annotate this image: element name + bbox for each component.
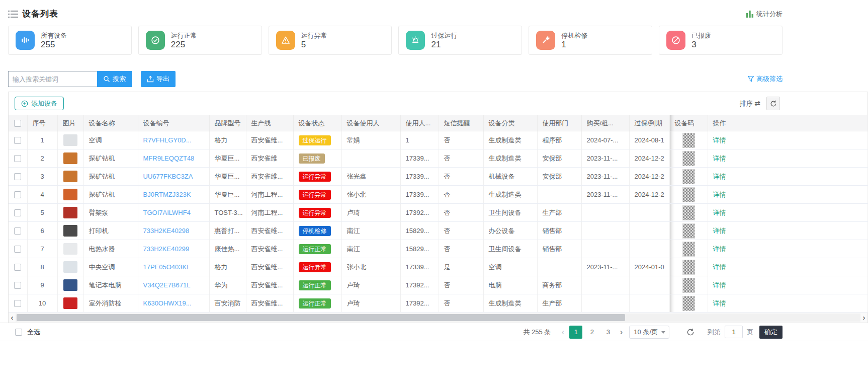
stat-card-scrapped[interactable]: 已报废 3 bbox=[659, 26, 783, 55]
device-qr-code[interactable] bbox=[682, 151, 695, 166]
stat-value: 255 bbox=[41, 40, 67, 49]
row-checkbox[interactable] bbox=[14, 300, 21, 307]
search-button[interactable]: 搜索 bbox=[97, 71, 132, 87]
stat-value: 21 bbox=[431, 40, 457, 49]
device-qr-code[interactable] bbox=[682, 296, 695, 311]
sort-control[interactable]: 排序 ⇄ bbox=[740, 99, 760, 108]
detail-link[interactable]: 详情 bbox=[713, 209, 726, 216]
next-page-arrow[interactable]: › bbox=[616, 328, 626, 337]
equipment-code-link[interactable]: K630OHWX19... bbox=[143, 299, 192, 307]
advanced-filter-link[interactable]: 高级筛选 bbox=[747, 74, 783, 84]
select-all-header-checkbox[interactable] bbox=[14, 120, 21, 127]
table-row: 3 探矿钻机 UU677FKBC3ZA 华夏巨... 西安雀维... 运行异常 … bbox=[9, 168, 867, 186]
equipment-code-link[interactable]: V34Q2E7B671L bbox=[143, 281, 191, 289]
scrollbar-thumb[interactable] bbox=[17, 314, 625, 321]
using-department: 商务部 bbox=[537, 276, 581, 294]
detail-link[interactable]: 详情 bbox=[713, 173, 726, 180]
stat-card-maintenance[interactable]: 停机检修 1 bbox=[529, 26, 652, 55]
equipment-code-link[interactable]: MFR9LEQQZT48 bbox=[143, 155, 195, 162]
equipment-thumbnail[interactable] bbox=[63, 134, 77, 146]
equipment-thumbnail[interactable] bbox=[63, 171, 77, 182]
using-department: 生产部 bbox=[537, 294, 581, 313]
equipment-thumbnail[interactable] bbox=[63, 279, 77, 291]
equipment-thumbnail[interactable] bbox=[63, 152, 77, 164]
page-button-3[interactable]: 3 bbox=[601, 326, 615, 339]
production-line: 西安雀维... bbox=[246, 222, 293, 240]
row-checkbox[interactable] bbox=[14, 155, 21, 162]
prev-page-arrow[interactable]: ‹ bbox=[558, 328, 568, 337]
page-size-select[interactable]: 10 条/页 bbox=[629, 326, 669, 339]
pagination: 共 255 条 ‹ 1 2 3 › 10 条/页 到第 页 确定 bbox=[523, 326, 783, 339]
refresh-icon bbox=[686, 328, 695, 336]
equipment-thumbnail[interactable] bbox=[63, 261, 77, 273]
equipment-thumbnail[interactable] bbox=[63, 207, 77, 218]
search-button-label: 搜索 bbox=[113, 74, 126, 84]
detail-link[interactable]: 详情 bbox=[713, 136, 726, 144]
stat-card-warranty[interactable]: 过保运行 21 bbox=[398, 26, 522, 55]
row-checkbox[interactable] bbox=[14, 246, 21, 253]
export-button[interactable]: 导出 bbox=[141, 71, 176, 87]
equipment-code-link[interactable]: BJ0RTMZJ323K bbox=[143, 191, 191, 198]
confirm-button[interactable]: 确定 bbox=[759, 326, 783, 339]
page-button-2[interactable]: 2 bbox=[585, 326, 598, 339]
table-refresh-button[interactable] bbox=[766, 97, 780, 110]
warranty-expire-date: 2024-12-2 bbox=[629, 149, 669, 168]
detail-link[interactable]: 详情 bbox=[713, 245, 726, 253]
scrollbar-track[interactable] bbox=[16, 314, 860, 322]
detail-link[interactable]: 详情 bbox=[713, 263, 726, 271]
purchase-date: 2023-11-... bbox=[581, 258, 629, 276]
stats-analysis-link[interactable]: 统计分析 bbox=[746, 10, 783, 19]
stat-card-abnormal[interactable]: 运行异常 5 bbox=[269, 26, 392, 55]
row-index: 9 bbox=[27, 276, 57, 294]
device-qr-code[interactable] bbox=[682, 278, 695, 293]
detail-link[interactable]: 详情 bbox=[713, 299, 726, 307]
row-checkbox[interactable] bbox=[14, 191, 21, 198]
user-phone: 17339... bbox=[400, 168, 439, 186]
stat-card-all[interactable]: 所有设备 255 bbox=[8, 26, 132, 55]
row-checkbox[interactable] bbox=[14, 173, 21, 180]
warranty-expire-date bbox=[629, 240, 669, 258]
pager-refresh-button[interactable] bbox=[686, 328, 695, 336]
equipment-code-link[interactable]: R7VFHLGY0D... bbox=[143, 136, 192, 144]
equipment-user: 卢琦 bbox=[341, 294, 400, 313]
device-qr-code[interactable] bbox=[682, 187, 695, 202]
equipment-code-link[interactable]: 733H2KE40298 bbox=[143, 227, 190, 235]
detail-link[interactable]: 详情 bbox=[713, 191, 726, 198]
column-header: 设备分类 bbox=[483, 115, 537, 131]
page-button-1[interactable]: 1 bbox=[569, 326, 582, 339]
equipment-thumbnail[interactable] bbox=[63, 297, 77, 309]
row-checkbox[interactable] bbox=[14, 209, 21, 216]
equipment-thumbnail[interactable] bbox=[63, 225, 77, 237]
equipment-code-link[interactable]: UU677FKBC3ZA bbox=[143, 173, 193, 180]
stat-label: 已报废 bbox=[691, 32, 711, 40]
detail-link[interactable]: 详情 bbox=[713, 155, 726, 162]
refresh-icon bbox=[770, 100, 777, 107]
device-qr-code[interactable] bbox=[682, 242, 695, 257]
goto-page-input[interactable] bbox=[725, 326, 743, 338]
detail-link[interactable]: 详情 bbox=[713, 227, 726, 235]
brand-model: 华夏巨... bbox=[209, 168, 246, 186]
device-qr-code[interactable] bbox=[682, 169, 695, 184]
row-checkbox[interactable] bbox=[14, 227, 21, 235]
add-equipment-button[interactable]: 添加设备 bbox=[15, 97, 64, 110]
row-checkbox[interactable] bbox=[14, 137, 21, 144]
search-input[interactable] bbox=[8, 71, 97, 87]
scroll-left-arrow[interactable]: ‹ bbox=[9, 313, 16, 322]
stat-card-normal[interactable]: 运行正常 225 bbox=[138, 26, 262, 55]
row-checkbox[interactable] bbox=[14, 264, 21, 271]
device-qr-code[interactable] bbox=[682, 260, 695, 275]
scroll-right-arrow[interactable]: › bbox=[860, 313, 867, 322]
device-qr-code[interactable] bbox=[682, 205, 695, 220]
device-qr-code[interactable] bbox=[682, 223, 695, 239]
equipment-thumbnail[interactable] bbox=[63, 189, 77, 200]
equipment-code-link[interactable]: TGOI7AILWHF4 bbox=[143, 209, 191, 216]
purchase-date: 2023-11-... bbox=[581, 149, 629, 168]
equipment-code-link[interactable]: 733H2KE40299 bbox=[143, 245, 190, 253]
row-checkbox[interactable] bbox=[14, 282, 21, 289]
equipment-thumbnail[interactable] bbox=[63, 243, 77, 255]
status-badge: 运行异常 bbox=[299, 208, 331, 218]
equipment-code-link[interactable]: 17PE05O403KL bbox=[143, 263, 191, 271]
detail-link[interactable]: 详情 bbox=[713, 281, 726, 289]
select-all-checkbox[interactable] bbox=[15, 329, 22, 336]
device-qr-code[interactable] bbox=[682, 133, 695, 148]
